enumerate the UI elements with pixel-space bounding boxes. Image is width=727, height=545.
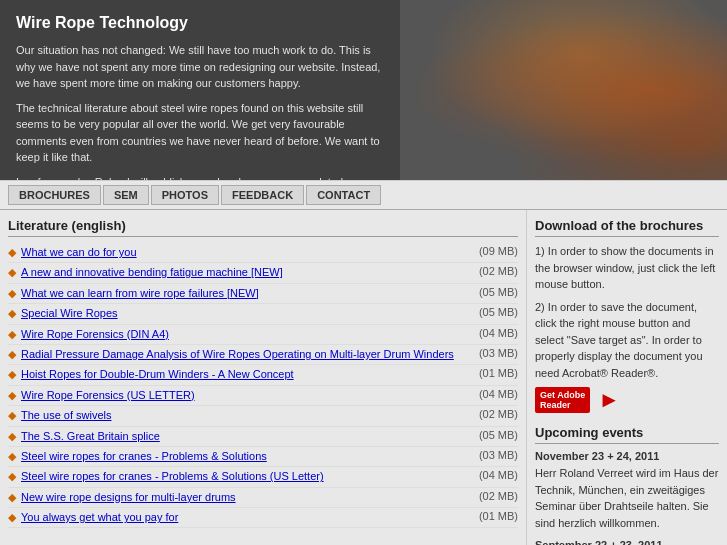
tab-photos[interactable]: PHOTOS	[151, 185, 219, 205]
bullet-icon: ◆	[8, 246, 16, 259]
lit-size: (02 MB)	[479, 408, 518, 420]
lit-link[interactable]: Wire Rope Forensics (US LETTER)	[21, 388, 473, 403]
page-wrapper: Wire Rope Technology Our situation has n…	[0, 0, 727, 545]
download-text-2: 2) In order to save the document, click …	[535, 299, 719, 382]
header-text: Our situation has not changed: We still …	[16, 42, 384, 180]
lit-size: (04 MB)	[479, 469, 518, 481]
list-item: ◆ The use of swivels (02 MB)	[8, 406, 518, 426]
list-item: ◆ What we can do for you (09 MB)	[8, 243, 518, 263]
lit-link[interactable]: Steel wire ropes for cranes - Problems &…	[21, 469, 473, 484]
bullet-icon: ◆	[8, 491, 16, 504]
lit-link[interactable]: What we can learn from wire rope failure…	[21, 286, 473, 301]
bullet-icon: ◆	[8, 266, 16, 279]
list-item: ◆ Wire Rope Forensics (DIN A4) (04 MB)	[8, 325, 518, 345]
bullet-icon: ◆	[8, 511, 16, 524]
list-item: ◆ Steel wire ropes for cranes - Problems…	[8, 447, 518, 467]
bullet-icon: ◆	[8, 430, 16, 443]
lit-size: (03 MB)	[479, 347, 518, 359]
list-item: ◆ A new and innovative bending fatigue m…	[8, 263, 518, 283]
lit-size: (03 MB)	[479, 449, 518, 461]
list-item: ◆ What we can learn from wire rope failu…	[8, 284, 518, 304]
bullet-icon: ◆	[8, 287, 16, 300]
header-para-2: The technical literature about steel wir…	[16, 100, 384, 166]
lit-size: (09 MB)	[479, 245, 518, 257]
download-text-1: 1) In order to show the documents in the…	[535, 243, 719, 293]
adobe-arrow-icon: ►	[598, 387, 620, 413]
list-item: ◆ You always get what you pay for (01 MB…	[8, 508, 518, 528]
main-content: Literature (english) ◆ What we can do fo…	[0, 210, 727, 545]
download-section: Download of the brochures 1) In order to…	[535, 218, 719, 413]
bullet-icon: ◆	[8, 470, 16, 483]
lit-link[interactable]: Wire Rope Forensics (DIN A4)	[21, 327, 473, 342]
bullet-icon: ◆	[8, 389, 16, 402]
lit-link[interactable]: What we can do for you	[21, 245, 473, 260]
events-heading: Upcoming events	[535, 425, 719, 444]
event-item: November 23 + 24, 2011 Herr Roland Verre…	[535, 450, 719, 531]
lit-link[interactable]: Radial Pressure Damage Analysis of Wire …	[21, 347, 473, 362]
adobe-icon: Get Adobe Reader	[535, 387, 590, 413]
left-column: Literature (english) ◆ What we can do fo…	[0, 210, 527, 545]
list-item: ◆ Hoist Ropes for Double-Drum Winders - …	[8, 365, 518, 385]
lit-size: (01 MB)	[479, 367, 518, 379]
tab-sem[interactable]: SEM	[103, 185, 149, 205]
events-section: Upcoming events November 23 + 24, 2011 H…	[535, 425, 719, 545]
list-item: ◆ New wire rope designs for multi-layer …	[8, 488, 518, 508]
lit-size: (05 MB)	[479, 286, 518, 298]
event-date: November 23 + 24, 2011	[535, 450, 719, 462]
lit-link[interactable]: Hoist Ropes for Double-Drum Winders - A …	[21, 367, 473, 382]
lit-size: (05 MB)	[479, 429, 518, 441]
literature-list: ◆ What we can do for you (09 MB) ◆ A new…	[8, 243, 518, 528]
lit-heading: Literature (english)	[8, 218, 518, 237]
tab-contact[interactable]: CONTACT	[306, 185, 381, 205]
bullet-icon: ◆	[8, 307, 16, 320]
adobe-sub: Reader	[540, 400, 571, 410]
lit-link[interactable]: A new and innovative bending fatigue mac…	[21, 265, 473, 280]
list-item: ◆ The S.S. Great Britain splice (05 MB)	[8, 427, 518, 447]
lit-link[interactable]: You always get what you pay for	[21, 510, 473, 525]
events-list: November 23 + 24, 2011 Herr Roland Verre…	[535, 450, 719, 545]
lit-size: (02 MB)	[479, 265, 518, 277]
list-item: ◆ Special Wire Ropes (05 MB)	[8, 304, 518, 324]
lit-size: (02 MB)	[479, 490, 518, 502]
lit-size: (04 MB)	[479, 327, 518, 339]
adobe-label: Get Adobe	[540, 390, 585, 400]
lit-size: (05 MB)	[479, 306, 518, 318]
right-column: Download of the brochures 1) In order to…	[527, 210, 727, 545]
download-heading: Download of the brochures	[535, 218, 719, 237]
header-para-3: In a few weeks, Roland will publish more…	[16, 174, 384, 181]
bullet-icon: ◆	[8, 409, 16, 422]
tab-feedback[interactable]: FEEDBACK	[221, 185, 304, 205]
header-para-1: Our situation has not changed: We still …	[16, 42, 384, 92]
header-art	[364, 0, 728, 180]
lit-link[interactable]: New wire rope designs for multi-layer dr…	[21, 490, 473, 505]
list-item: ◆ Wire Rope Forensics (US LETTER) (04 MB…	[8, 386, 518, 406]
lit-size: (01 MB)	[479, 510, 518, 522]
nav-bar: BROCHURES SEM PHOTOS FEEDBACK CONTACT	[0, 180, 727, 210]
adobe-logo[interactable]: Get Adobe Reader ►	[535, 387, 719, 413]
bullet-icon: ◆	[8, 328, 16, 341]
event-item: September 22 + 23, 2011 Herr Roland Verr…	[535, 539, 719, 545]
bullet-icon: ◆	[8, 368, 16, 381]
bullet-icon: ◆	[8, 450, 16, 463]
site-title: Wire Rope Technology	[16, 14, 384, 32]
event-text: Herr Roland Verreet wird im Haus der Tec…	[535, 465, 719, 531]
list-item: ◆ Steel wire ropes for cranes - Problems…	[8, 467, 518, 487]
header-section: Wire Rope Technology Our situation has n…	[0, 0, 727, 180]
lit-link[interactable]: Special Wire Ropes	[21, 306, 473, 321]
tab-brochures[interactable]: BROCHURES	[8, 185, 101, 205]
header-overlay: Wire Rope Technology Our situation has n…	[0, 0, 400, 180]
event-date: September 22 + 23, 2011	[535, 539, 719, 545]
lit-link[interactable]: Steel wire ropes for cranes - Problems &…	[21, 449, 473, 464]
lit-size: (04 MB)	[479, 388, 518, 400]
lit-link[interactable]: The S.S. Great Britain splice	[21, 429, 473, 444]
list-item: ◆ Radial Pressure Damage Analysis of Wir…	[8, 345, 518, 365]
bullet-icon: ◆	[8, 348, 16, 361]
lit-link[interactable]: The use of swivels	[21, 408, 473, 423]
